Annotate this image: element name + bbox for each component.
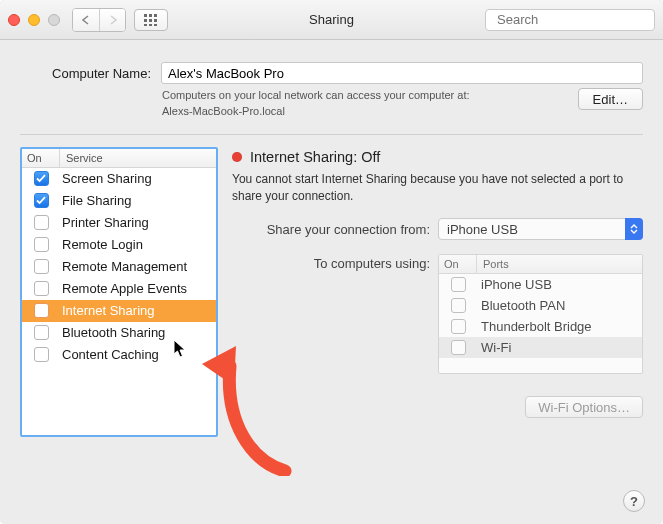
service-row[interactable]: File Sharing — [22, 190, 216, 212]
content-area: Computer Name: Computers on your local n… — [0, 40, 663, 524]
svg-rect-4 — [149, 19, 152, 22]
edit-hostname-button[interactable]: Edit… — [578, 88, 643, 110]
computer-name-label: Computer Name: — [20, 66, 151, 81]
port-checkbox[interactable] — [451, 277, 466, 292]
port-checkbox[interactable] — [451, 319, 466, 334]
sharing-pref-window: Sharing Computer Name: Computers on your… — [0, 0, 663, 524]
service-row[interactable]: Content Caching — [22, 344, 216, 366]
svg-rect-7 — [149, 24, 152, 26]
port-row[interactable]: Thunderbolt Bridge — [439, 316, 642, 337]
share-from-value: iPhone USB — [447, 222, 518, 237]
service-label: Internet Sharing — [60, 303, 216, 318]
port-label: Bluetooth PAN — [477, 298, 642, 313]
chevron-up-down-icon — [625, 218, 643, 240]
service-row[interactable]: Remote Management — [22, 256, 216, 278]
service-row[interactable]: Remote Login — [22, 234, 216, 256]
close-window-button[interactable] — [8, 14, 20, 26]
service-label: Remote Management — [60, 259, 216, 274]
service-label: Remote Apple Events — [60, 281, 216, 296]
divider — [20, 134, 643, 135]
col-on: On — [22, 149, 60, 167]
nav-back-forward — [72, 8, 126, 32]
service-detail: Internet Sharing: Off You cannot start I… — [232, 147, 643, 437]
service-row[interactable]: Bluetooth Sharing — [22, 322, 216, 344]
minimize-window-button[interactable] — [28, 14, 40, 26]
computer-name-hint: Computers on your local network can acce… — [162, 88, 578, 120]
service-checkbox[interactable] — [34, 171, 49, 186]
service-row[interactable]: Remote Apple Events — [22, 278, 216, 300]
port-label: Wi-Fi — [477, 340, 642, 355]
show-all-button[interactable] — [134, 9, 168, 31]
port-label: iPhone USB — [477, 277, 642, 292]
port-checkbox[interactable] — [451, 298, 466, 313]
port-label: Thunderbolt Bridge — [477, 319, 642, 334]
svg-rect-0 — [144, 14, 147, 17]
services-header: On Service — [22, 149, 216, 168]
service-label: Screen Sharing — [60, 171, 216, 186]
window-controls — [8, 14, 60, 26]
port-row[interactable]: Wi-Fi — [439, 337, 642, 358]
service-label: File Sharing — [60, 193, 216, 208]
service-row[interactable]: Printer Sharing — [22, 212, 216, 234]
service-checkbox[interactable] — [34, 193, 49, 208]
svg-rect-6 — [144, 24, 147, 26]
ports-list[interactable]: On Ports iPhone USBBluetooth PANThunderb… — [438, 254, 643, 374]
services-list[interactable]: On Service Screen SharingFile SharingPri… — [20, 147, 218, 437]
zoom-window-button — [48, 14, 60, 26]
help-button[interactable]: ? — [623, 490, 645, 512]
service-label: Printer Sharing — [60, 215, 216, 230]
port-checkbox[interactable] — [451, 340, 466, 355]
share-from-select[interactable]: iPhone USB — [438, 218, 643, 240]
svg-rect-8 — [154, 24, 157, 26]
svg-rect-1 — [149, 14, 152, 17]
service-checkbox[interactable] — [34, 215, 49, 230]
wifi-options-button: Wi-Fi Options… — [525, 396, 643, 418]
search-field[interactable] — [485, 9, 655, 31]
service-label: Bluetooth Sharing — [60, 325, 216, 340]
service-row[interactable]: Internet Sharing — [22, 300, 216, 322]
port-row[interactable]: Bluetooth PAN — [439, 295, 642, 316]
service-label: Content Caching — [60, 347, 216, 362]
status-title: Internet Sharing: Off — [250, 149, 380, 165]
service-checkbox[interactable] — [34, 303, 49, 318]
service-checkbox[interactable] — [34, 281, 49, 296]
share-from-label: Share your connection from: — [232, 222, 430, 237]
col-service: Service — [60, 149, 216, 167]
back-button[interactable] — [73, 9, 99, 31]
search-input[interactable] — [497, 12, 663, 27]
service-checkbox[interactable] — [34, 237, 49, 252]
svg-rect-3 — [144, 19, 147, 22]
status-description: You cannot start Internet Sharing becaus… — [232, 171, 643, 205]
port-row[interactable]: iPhone USB — [439, 274, 642, 295]
ports-header: On Ports — [439, 255, 642, 274]
svg-rect-2 — [154, 14, 157, 17]
service-checkbox[interactable] — [34, 259, 49, 274]
forward-button[interactable] — [99, 9, 125, 31]
titlebar: Sharing — [0, 0, 663, 40]
svg-rect-5 — [154, 19, 157, 22]
service-checkbox[interactable] — [34, 325, 49, 340]
service-checkbox[interactable] — [34, 347, 49, 362]
computer-name-input[interactable] — [161, 62, 643, 84]
to-computers-label: To computers using: — [232, 254, 430, 271]
service-label: Remote Login — [60, 237, 216, 252]
status-indicator-off — [232, 152, 242, 162]
service-row[interactable]: Screen Sharing — [22, 168, 216, 190]
